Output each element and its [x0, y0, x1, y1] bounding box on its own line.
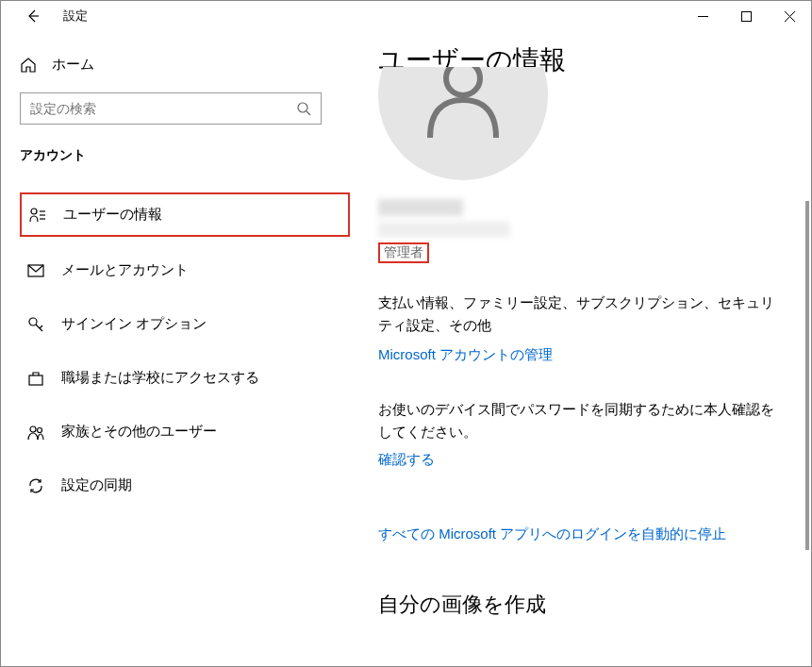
- minimize-button[interactable]: [681, 1, 724, 31]
- role-badge: 管理者: [378, 242, 429, 263]
- avatar: [378, 67, 548, 190]
- user-info-icon: [29, 207, 46, 224]
- home-button[interactable]: ホーム: [20, 50, 350, 79]
- sidebar-item-label: メールとアカウント: [61, 261, 189, 279]
- window-title: 設定: [63, 8, 88, 25]
- sidebar-item-label: サインイン オプション: [61, 315, 207, 333]
- svg-line-13: [36, 325, 42, 331]
- sync-icon: [27, 477, 44, 494]
- stop-login-link[interactable]: すべての Microsoft アプリへのログインを自動的に停止: [378, 525, 783, 543]
- person-icon: [416, 67, 510, 142]
- verify-desc: お使いのデバイス間でパスワードを同期するために本人確認をしてください。: [378, 398, 783, 443]
- search-box[interactable]: [20, 92, 322, 125]
- content-area: ユーザーの情報 管理者 支払い情報、ファミリー設定、サブスクリプション、セキュリ…: [350, 31, 811, 666]
- maximize-button[interactable]: [724, 1, 768, 31]
- account-desc: 支払い情報、ファミリー設定、サブスクリプション、セキュリティ設定、その他: [378, 292, 783, 337]
- home-label: ホーム: [52, 56, 94, 74]
- user-name: [378, 199, 463, 216]
- maximize-icon: [741, 11, 752, 22]
- svg-rect-2: [741, 11, 751, 21]
- svg-point-7: [31, 208, 37, 214]
- sidebar-item-label: 設定の同期: [61, 476, 132, 494]
- close-button[interactable]: [768, 1, 811, 31]
- minimize-icon: [698, 11, 708, 22]
- svg-point-16: [30, 426, 36, 432]
- svg-line-6: [307, 111, 310, 115]
- section-header: アカウント: [20, 147, 350, 164]
- titlebar: 設定: [1, 1, 811, 31]
- sidebar-item-label: 職場または学校にアクセスする: [61, 369, 259, 387]
- scrollbar[interactable]: [805, 201, 809, 550]
- people-icon: [27, 424, 44, 441]
- back-arrow-icon: [25, 8, 41, 24]
- sidebar-item-signin-options[interactable]: サインイン オプション: [20, 304, 350, 344]
- svg-point-18: [446, 67, 480, 95]
- back-button[interactable]: [20, 8, 46, 24]
- sidebar-item-family-users[interactable]: 家族とその他のユーザー: [20, 411, 350, 452]
- briefcase-icon: [27, 370, 44, 387]
- sidebar-item-user-info[interactable]: ユーザーの情報: [20, 192, 350, 237]
- verify-link[interactable]: 確認する: [378, 451, 435, 469]
- sidebar-item-label: 家族とその他のユーザー: [61, 423, 217, 441]
- svg-rect-15: [29, 375, 42, 385]
- create-image-title: 自分の画像を作成: [378, 591, 783, 619]
- email-icon: [27, 262, 44, 279]
- user-info-block: 管理者: [378, 199, 783, 263]
- svg-point-5: [298, 103, 307, 112]
- sidebar-item-work-school[interactable]: 職場または学校にアクセスする: [20, 358, 350, 398]
- sidebar-item-label: ユーザーの情報: [63, 206, 162, 224]
- home-icon: [20, 57, 37, 74]
- close-icon: [785, 11, 795, 22]
- search-input[interactable]: [30, 101, 296, 116]
- manage-account-link[interactable]: Microsoft アカウントの管理: [378, 346, 553, 364]
- key-icon: [27, 316, 44, 333]
- user-email: [378, 222, 510, 237]
- sidebar: ホーム アカウント ユーザーの情報 メールとアカウント サインイン オプション: [1, 31, 350, 666]
- search-icon: [296, 101, 311, 116]
- svg-point-17: [38, 427, 42, 432]
- sidebar-item-email-accounts[interactable]: メールとアカウント: [20, 250, 350, 291]
- svg-line-14: [40, 325, 42, 328]
- sidebar-item-sync-settings[interactable]: 設定の同期: [20, 465, 350, 506]
- svg-point-12: [29, 318, 37, 325]
- window-controls: [681, 1, 811, 31]
